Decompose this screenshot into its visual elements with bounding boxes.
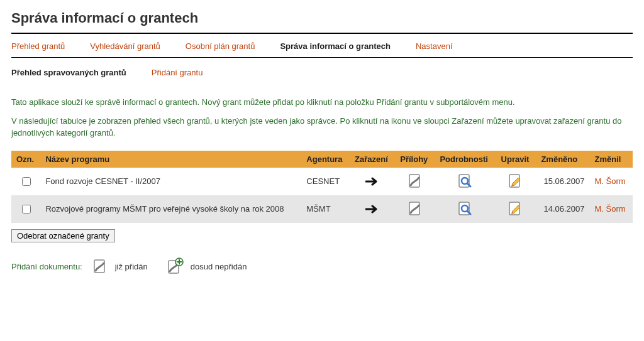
tab-osobni-plan-grantu[interactable]: Osobní plán grantů [186, 41, 255, 51]
edit-icon[interactable] [507, 200, 525, 218]
arrow-right-icon[interactable] [365, 205, 379, 214]
page-title: Správa informací o grantech [11, 10, 633, 26]
attachment-icon[interactable] [406, 200, 424, 218]
col-ozn: Ozn. [11, 151, 40, 168]
attachment-added-icon [91, 258, 109, 276]
sub-tabs: Přehled spravovaných grantů Přidání gran… [11, 68, 633, 77]
grants-table: Ozn. Název programu Agentura Zařazení Př… [11, 151, 633, 223]
divider [11, 57, 633, 58]
table-row: Fond rozvoje CESNET - II/2007 CESNET [11, 168, 633, 195]
tab-nastaveni[interactable]: Nastavení [416, 41, 453, 51]
col-zmeneno: Změněno [536, 151, 589, 168]
col-prilohy: Přílohy [395, 151, 435, 168]
col-agentura: Agentura [301, 151, 350, 168]
subtab-prehled-spravovanych[interactable]: Přehled spravovaných grantů [11, 68, 126, 77]
col-upravit: Upravit [496, 151, 536, 168]
magnifier-icon[interactable] [457, 173, 474, 190]
col-nazev: Název programu [40, 151, 301, 168]
legend-added: již přidán [115, 262, 148, 271]
subtab-pridani-grantu[interactable]: Přidání grantu [152, 68, 203, 77]
col-podrobnosti: Podrobnosti [435, 151, 496, 168]
cell-nazev: Fond rozvoje CESNET - II/2007 [40, 168, 301, 195]
legend-label: Přidání dokumentu: [11, 262, 82, 271]
cell-nazev: Rozvojové programy MŠMT pro veřejné vyso… [40, 195, 301, 223]
cell-agentura: MŠMT [301, 195, 350, 223]
main-tabs: Přehled grantů Vyhledávání grantů Osobní… [11, 41, 633, 51]
table-row: Rozvojové programy MŠMT pro veřejné vyso… [11, 195, 633, 223]
cell-agentura: CESNET [301, 168, 350, 195]
row-checkbox[interactable] [22, 205, 31, 214]
remove-selected-button[interactable]: Odebrat označené granty [11, 229, 115, 242]
intro-text-1: Tato aplikace slouží ke správě informací… [11, 96, 633, 109]
cell-zmenil[interactable]: M. Šorm [590, 195, 633, 223]
cell-zmeneno: 14.06.2007 [536, 195, 589, 223]
tab-sprava-informaci[interactable]: Správa informací o grantech [280, 41, 391, 51]
arrow-right-icon[interactable] [365, 177, 379, 186]
intro-text-2: V následující tabulce je zobrazen přehle… [11, 115, 633, 139]
tab-vyhledavani-grantu[interactable]: Vyhledávání grantů [90, 41, 160, 51]
attachment-icon[interactable] [406, 173, 424, 190]
col-zarazeni: Zařazení [350, 151, 395, 168]
divider [11, 33, 633, 34]
magnifier-icon[interactable] [457, 200, 474, 218]
cell-zmeneno: 15.06.2007 [536, 168, 589, 195]
cell-zmenil[interactable]: M. Šorm [590, 168, 633, 195]
tab-prehled-grantu[interactable]: Přehled grantů [11, 41, 65, 51]
edit-icon[interactable] [507, 173, 525, 190]
legend-not-added: dosud nepřidán [191, 262, 247, 271]
col-zmenil: Změnil [590, 151, 633, 168]
row-checkbox[interactable] [22, 177, 31, 186]
legend: Přidání dokumentu: již přidán dosud nepř… [11, 257, 633, 276]
attachment-add-icon [165, 257, 184, 276]
